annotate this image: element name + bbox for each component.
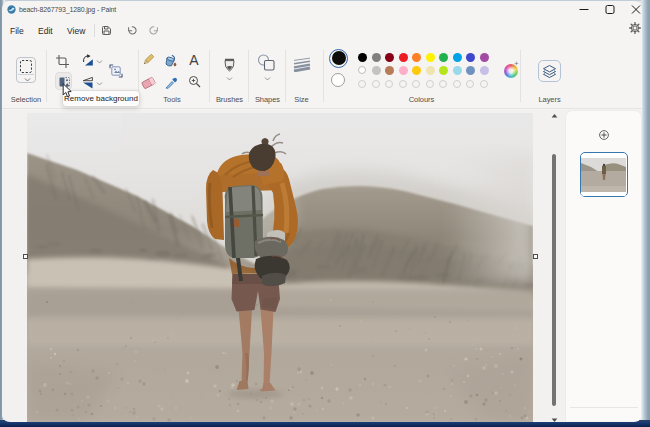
- svg-text:A: A: [189, 52, 199, 67]
